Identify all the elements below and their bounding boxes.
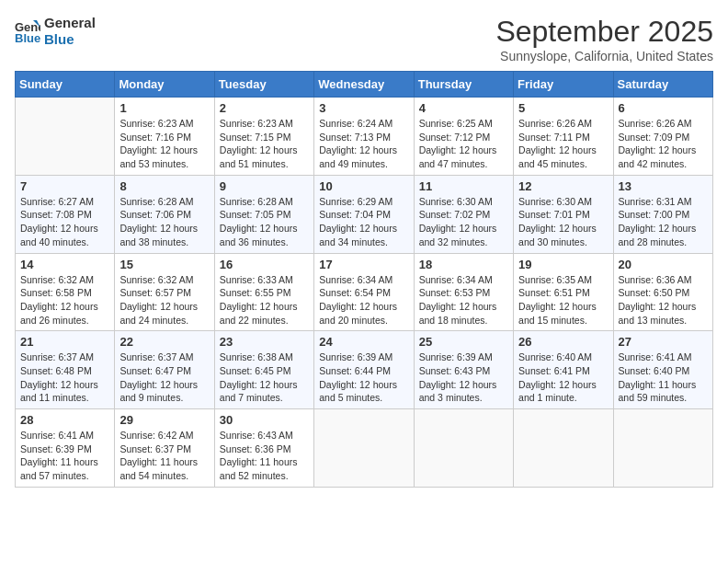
day-number: 22 (119, 335, 209, 349)
weekday-tuesday: Tuesday (214, 72, 313, 98)
calendar-cell: 13Sunrise: 6:31 AMSunset: 7:00 PMDayligh… (613, 175, 712, 253)
calendar-cell: 8Sunrise: 6:28 AMSunset: 7:06 PMDaylight… (115, 175, 214, 253)
day-info: Sunrise: 6:28 AMSunset: 7:06 PMDaylight:… (119, 195, 209, 249)
day-number: 13 (619, 179, 708, 193)
calendar-cell: 12Sunrise: 6:30 AMSunset: 7:01 PMDayligh… (514, 175, 613, 253)
day-number: 16 (220, 258, 309, 271)
calendar-cell: 3Sunrise: 6:24 AMSunset: 7:13 PMDaylight… (314, 98, 414, 176)
calendar-cell: 26Sunrise: 6:40 AMSunset: 6:41 PMDayligh… (514, 331, 613, 409)
day-info: Sunrise: 6:27 AMSunset: 7:08 PMDaylight:… (20, 195, 109, 249)
day-info: Sunrise: 6:38 AMSunset: 6:45 PMDaylight:… (220, 350, 309, 405)
week-row-2: 7Sunrise: 6:27 AMSunset: 7:08 PMDaylight… (16, 175, 713, 253)
title-area: September 2025 Sunnyslope, California, U… (495, 15, 713, 63)
day-number: 20 (619, 258, 708, 271)
logo-line1: General (44, 15, 96, 31)
day-number: 9 (220, 179, 309, 193)
calendar-cell: 28Sunrise: 6:41 AMSunset: 6:39 PMDayligh… (16, 409, 115, 488)
day-info: Sunrise: 6:41 AMSunset: 6:40 PMDaylight:… (619, 350, 708, 405)
day-info: Sunrise: 6:33 AMSunset: 6:55 PMDaylight:… (220, 273, 309, 327)
week-row-5: 28Sunrise: 6:41 AMSunset: 6:39 PMDayligh… (16, 409, 713, 488)
day-info: Sunrise: 6:23 AMSunset: 7:16 PMDaylight:… (119, 117, 209, 171)
day-info: Sunrise: 6:31 AMSunset: 7:00 PMDaylight:… (619, 195, 708, 249)
weekday-friday: Friday (514, 72, 613, 98)
calendar-cell: 11Sunrise: 6:30 AMSunset: 7:02 PMDayligh… (414, 175, 513, 253)
day-number: 21 (20, 335, 109, 349)
calendar-cell: 16Sunrise: 6:33 AMSunset: 6:55 PMDayligh… (214, 253, 313, 331)
day-info: Sunrise: 6:32 AMSunset: 6:58 PMDaylight:… (20, 273, 109, 327)
calendar-cell: 1Sunrise: 6:23 AMSunset: 7:16 PMDaylight… (115, 98, 214, 176)
svg-text:Blue: Blue (15, 31, 40, 44)
calendar-cell: 24Sunrise: 6:39 AMSunset: 6:44 PMDayligh… (314, 331, 414, 409)
day-number: 11 (419, 179, 508, 193)
day-info: Sunrise: 6:41 AMSunset: 6:39 PMDaylight:… (20, 429, 109, 483)
calendar-cell: 22Sunrise: 6:37 AMSunset: 6:47 PMDayligh… (115, 331, 214, 409)
day-number: 7 (20, 179, 109, 193)
calendar-cell: 17Sunrise: 6:34 AMSunset: 6:54 PMDayligh… (314, 253, 414, 331)
calendar-cell: 5Sunrise: 6:26 AMSunset: 7:11 PMDaylight… (514, 98, 613, 176)
day-info: Sunrise: 6:24 AMSunset: 7:13 PMDaylight:… (319, 117, 408, 171)
day-number: 24 (319, 335, 408, 349)
day-number: 8 (119, 179, 209, 193)
calendar-cell: 19Sunrise: 6:35 AMSunset: 6:51 PMDayligh… (514, 253, 613, 331)
calendar-cell: 14Sunrise: 6:32 AMSunset: 6:58 PMDayligh… (16, 253, 115, 331)
calendar-cell (16, 98, 115, 176)
day-info: Sunrise: 6:34 AMSunset: 6:54 PMDaylight:… (319, 273, 408, 327)
day-info: Sunrise: 6:23 AMSunset: 7:15 PMDaylight:… (220, 117, 309, 171)
day-info: Sunrise: 6:32 AMSunset: 6:57 PMDaylight:… (119, 273, 209, 327)
day-number: 27 (619, 335, 708, 349)
day-info: Sunrise: 6:28 AMSunset: 7:05 PMDaylight:… (220, 195, 309, 249)
day-number: 10 (319, 179, 408, 193)
calendar-cell: 10Sunrise: 6:29 AMSunset: 7:04 PMDayligh… (314, 175, 414, 253)
calendar-cell (613, 409, 712, 488)
calendar-cell (314, 409, 414, 488)
logo-line2: Blue (44, 31, 96, 48)
calendar-cell: 20Sunrise: 6:36 AMSunset: 6:50 PMDayligh… (613, 253, 712, 331)
day-info: Sunrise: 6:39 AMSunset: 6:43 PMDaylight:… (419, 350, 508, 405)
calendar-cell: 2Sunrise: 6:23 AMSunset: 7:15 PMDaylight… (214, 98, 313, 176)
day-info: Sunrise: 6:30 AMSunset: 7:02 PMDaylight:… (419, 195, 508, 249)
day-info: Sunrise: 6:43 AMSunset: 6:36 PMDaylight:… (220, 429, 309, 483)
location: Sunnyslope, California, United States (495, 49, 713, 63)
week-row-4: 21Sunrise: 6:37 AMSunset: 6:48 PMDayligh… (16, 331, 713, 409)
calendar-cell: 21Sunrise: 6:37 AMSunset: 6:48 PMDayligh… (16, 331, 115, 409)
day-info: Sunrise: 6:37 AMSunset: 6:48 PMDaylight:… (20, 350, 109, 405)
day-info: Sunrise: 6:37 AMSunset: 6:47 PMDaylight:… (119, 350, 209, 405)
day-number: 26 (518, 335, 608, 349)
day-number: 17 (319, 258, 408, 271)
week-row-3: 14Sunrise: 6:32 AMSunset: 6:58 PMDayligh… (16, 253, 713, 331)
calendar-body: 1Sunrise: 6:23 AMSunset: 7:16 PMDaylight… (16, 98, 713, 488)
day-number: 25 (419, 335, 508, 349)
logo-icon: General Blue (15, 18, 40, 44)
logo: General Blue General Blue (15, 15, 96, 48)
day-info: Sunrise: 6:40 AMSunset: 6:41 PMDaylight:… (518, 350, 608, 405)
calendar-cell: 27Sunrise: 6:41 AMSunset: 6:40 PMDayligh… (613, 331, 712, 409)
weekday-sunday: Sunday (16, 72, 115, 98)
calendar-cell: 23Sunrise: 6:38 AMSunset: 6:45 PMDayligh… (214, 331, 313, 409)
week-row-1: 1Sunrise: 6:23 AMSunset: 7:16 PMDaylight… (16, 98, 713, 176)
day-info: Sunrise: 6:34 AMSunset: 6:53 PMDaylight:… (419, 273, 508, 327)
calendar-cell: 7Sunrise: 6:27 AMSunset: 7:08 PMDaylight… (16, 175, 115, 253)
calendar-cell: 4Sunrise: 6:25 AMSunset: 7:12 PMDaylight… (414, 98, 513, 176)
day-number: 23 (220, 335, 309, 349)
month-title: September 2025 (495, 15, 713, 49)
calendar-cell: 9Sunrise: 6:28 AMSunset: 7:05 PMDaylight… (214, 175, 313, 253)
day-number: 6 (619, 101, 708, 115)
day-number: 1 (119, 101, 209, 115)
calendar-cell (514, 409, 613, 488)
calendar-cell: 29Sunrise: 6:42 AMSunset: 6:37 PMDayligh… (115, 409, 214, 488)
day-info: Sunrise: 6:39 AMSunset: 6:44 PMDaylight:… (319, 350, 408, 405)
day-number: 2 (220, 101, 309, 115)
day-number: 12 (518, 179, 608, 193)
day-number: 30 (220, 413, 309, 427)
header: General Blue General Blue September 2025… (15, 15, 713, 63)
weekday-thursday: Thursday (414, 72, 513, 98)
day-info: Sunrise: 6:36 AMSunset: 6:50 PMDaylight:… (619, 273, 708, 327)
day-number: 4 (419, 101, 508, 115)
day-info: Sunrise: 6:35 AMSunset: 6:51 PMDaylight:… (518, 273, 608, 327)
calendar: SundayMondayTuesdayWednesdayThursdayFrid… (15, 71, 713, 488)
day-info: Sunrise: 6:29 AMSunset: 7:04 PMDaylight:… (319, 195, 408, 249)
day-number: 3 (319, 101, 408, 115)
day-info: Sunrise: 6:26 AMSunset: 7:11 PMDaylight:… (518, 117, 608, 171)
day-info: Sunrise: 6:30 AMSunset: 7:01 PMDaylight:… (518, 195, 608, 249)
weekday-saturday: Saturday (613, 72, 712, 98)
